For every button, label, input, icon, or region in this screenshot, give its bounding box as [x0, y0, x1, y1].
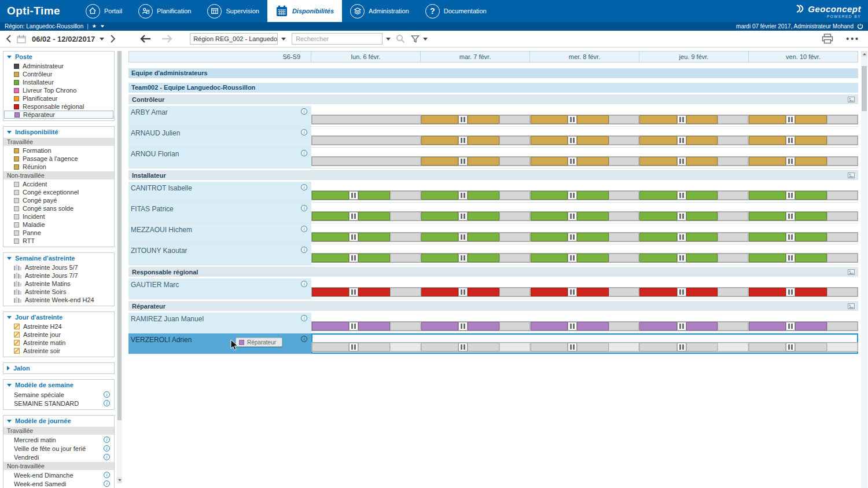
day-cell[interactable]	[312, 212, 421, 221]
day-cell[interactable]	[749, 254, 858, 262]
person-name-cell[interactable]: FITAS Patricei	[128, 203, 311, 223]
person-name-cell[interactable]: GAUTIER Marci	[128, 278, 311, 299]
day-cell[interactable]	[531, 136, 640, 145]
day-cell[interactable]	[531, 288, 640, 296]
day-cell[interactable]	[639, 254, 749, 262]
day-cell[interactable]	[421, 233, 531, 241]
sidebar-item-controleur[interactable]: Contrôleur	[3, 70, 114, 78]
sidebar-item-semaine-speciale[interactable]: Semaine spécialei	[3, 390, 114, 399]
info-icon[interactable]: i	[301, 184, 307, 190]
sidebar-scrollbar[interactable]	[117, 51, 122, 483]
sidebar-item-accident[interactable]: Accident	[3, 180, 114, 188]
info-icon[interactable]: i	[301, 336, 307, 342]
sidebar-item-rtt[interactable]: RTT	[3, 237, 114, 245]
day-cell[interactable]	[421, 157, 531, 166]
search-icon[interactable]	[396, 34, 405, 43]
person-name-cell[interactable]: ZITOUNY Kaoutari	[128, 244, 311, 265]
image-icon[interactable]	[848, 97, 855, 102]
logout-power-icon[interactable]	[857, 23, 863, 30]
day-cell[interactable]	[639, 212, 749, 221]
day-cell[interactable]	[421, 343, 531, 351]
day-cell[interactable]	[421, 288, 531, 296]
sidebar-item-week-end-samedi[interactable]: Week-end Samedii	[3, 479, 114, 488]
calendar-icon[interactable]	[17, 35, 26, 43]
info-icon[interactable]: i	[104, 400, 110, 406]
sidebar-item-administrateur[interactable]: Administrateur	[3, 62, 114, 70]
day-cell[interactable]	[639, 191, 749, 200]
sidebar-item-astreinte-jours-7-7[interactable]: Astreinte Jours 7/7	[3, 271, 114, 280]
favorites-caret-icon[interactable]	[101, 25, 104, 28]
day-cell[interactable]	[749, 288, 858, 296]
day-cell[interactable]	[639, 288, 749, 296]
day-cell[interactable]	[639, 136, 749, 145]
info-icon[interactable]: i	[301, 205, 307, 211]
day-header-3[interactable]: jeu. 9 févr.	[639, 52, 749, 62]
nav-planification[interactable]: Planification	[130, 0, 199, 22]
info-icon[interactable]: i	[104, 472, 110, 478]
day-cell[interactable]	[749, 157, 858, 166]
day-cell[interactable]	[639, 115, 749, 124]
info-icon[interactable]: i	[301, 226, 307, 232]
print-icon[interactable]	[822, 34, 833, 44]
day-cell[interactable]	[531, 212, 640, 221]
sidebar-item-conge-exceptionnel[interactable]: Congé exceptionnel	[3, 188, 114, 196]
day-cell[interactable]	[749, 212, 858, 221]
day-cell[interactable]	[639, 343, 749, 351]
person-timeline[interactable]	[311, 278, 858, 299]
sidebar-item-vendredi[interactable]: Vendredii	[3, 453, 114, 461]
person-timeline[interactable]	[311, 106, 858, 126]
date-range[interactable]: 06/02 - 12/02/2017	[32, 35, 95, 43]
scroll-up-button[interactable]	[861, 51, 867, 57]
image-icon[interactable]	[848, 173, 855, 178]
day-cell[interactable]	[531, 343, 640, 351]
nav-disponibilites[interactable]: Disponibilités	[267, 0, 342, 22]
info-icon[interactable]: i	[104, 454, 110, 460]
day-cell[interactable]	[421, 322, 531, 331]
info-icon[interactable]: i	[301, 108, 307, 115]
day-cell[interactable]	[312, 115, 421, 124]
sidebar-item-astreinte-matins[interactable]: Astreinte Matins	[3, 280, 114, 288]
day-header-0[interactable]: lun. 6 févr.	[311, 52, 421, 62]
nav-portail[interactable]: Portail	[78, 0, 130, 22]
info-icon[interactable]: i	[104, 445, 110, 452]
more-options-icon[interactable]: •••	[846, 35, 860, 43]
day-cell[interactable]	[639, 322, 749, 331]
sidebar-item-conge-sans-solde[interactable]: Congé sans solde	[3, 204, 114, 212]
day-header-2[interactable]: mer. 8 févr.	[530, 52, 639, 62]
info-icon[interactable]: i	[104, 436, 110, 443]
person-name-cell[interactable]: ARNAUD Julieni	[128, 127, 311, 147]
sidebar-item-reparateur[interactable]: Réparateur	[4, 111, 113, 119]
main-scrollbar-thumb[interactable]	[862, 66, 867, 111]
team-header-team002-equipe-languedoc-roussillon[interactable]: Team002 - Equipe Languedoc-Roussillon	[128, 83, 858, 93]
person-name-cell[interactable]: CANITROT Isabellei	[128, 182, 311, 202]
person-name-cell[interactable]: ARBY Amari	[128, 106, 311, 126]
sidebar-section-header-semaine-d-astreinte[interactable]: Semaine d'astreinte	[3, 253, 114, 263]
filter-caret-icon[interactable]	[423, 38, 428, 41]
info-icon[interactable]: i	[301, 281, 307, 287]
sidebar-section-header-jour-d-astreinte[interactable]: Jour d'astreinte	[3, 312, 114, 322]
day-cell[interactable]	[312, 136, 421, 145]
sidebar-item-semaine-standard[interactable]: SEMAINE STANDARDi	[3, 399, 114, 408]
person-timeline[interactable]	[311, 313, 858, 333]
sidebar-item-formation[interactable]: Formation	[3, 146, 114, 155]
day-cell[interactable]	[749, 233, 858, 241]
nav-supervision[interactable]: Supervision	[199, 0, 267, 22]
day-cell[interactable]	[312, 157, 421, 166]
person-name-cell[interactable]: MEZZAOUI Hichemi	[128, 223, 311, 244]
filter-icon[interactable]	[411, 35, 420, 43]
sidebar-item-maladie[interactable]: Maladie	[3, 221, 114, 229]
day-cell[interactable]	[312, 254, 421, 262]
sidebar-item-astreinte-jours-5-7[interactable]: Astreinte Jours 5/7	[3, 263, 114, 271]
sidebar-item-planificateur[interactable]: Planificateur	[3, 94, 114, 102]
day-cell[interactable]	[749, 191, 858, 200]
person-timeline[interactable]	[311, 127, 858, 147]
main-scrollbar[interactable]	[861, 51, 867, 488]
day-cell[interactable]	[312, 233, 421, 241]
group-header-equipe-d-administrateurs[interactable]: Equipe d'administrateurs	[128, 68, 858, 78]
person-timeline[interactable]	[311, 333, 858, 354]
search-caret-icon[interactable]	[386, 38, 391, 41]
info-icon[interactable]: i	[104, 480, 110, 487]
sidebar-item-astreinte-matin[interactable]: Astreinte matin	[3, 339, 114, 347]
sidebar-section-header-modele-de-semaine[interactable]: Modèle de semaine	[3, 380, 114, 390]
sidebar-section-header-indisponibilite[interactable]: Indisponibilité	[3, 127, 114, 137]
